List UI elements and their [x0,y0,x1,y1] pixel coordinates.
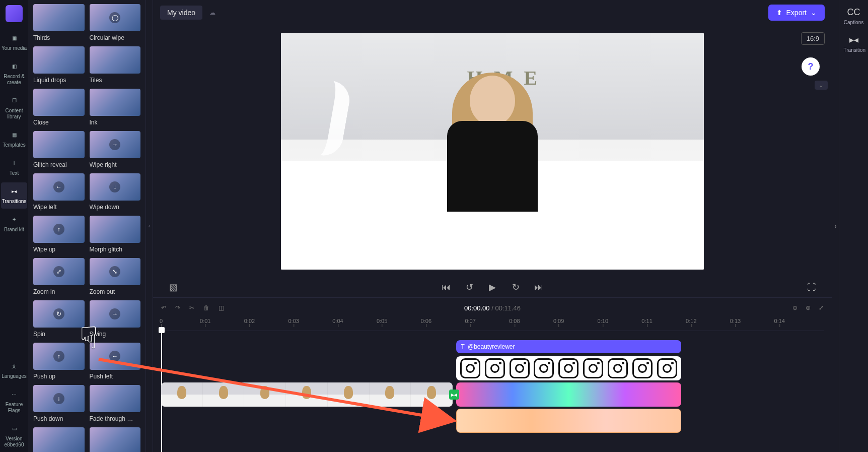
undo-button[interactable]: ↶ [161,304,166,311]
video-clip-a[interactable] [161,382,453,407]
gradient-clip[interactable] [456,382,681,407]
nav-label: Content library [1,108,27,120]
transition-push-left[interactable]: ←Push left [90,343,141,380]
panel-collapse-toggle[interactable]: ‹ [146,0,153,452]
transition-circular-wipe[interactable]: ◯Circular wipe [90,4,141,41]
transition-tiles[interactable]: Tiles [90,46,141,84]
nav-label: Templates [3,142,26,148]
transition-thirds[interactable]: Thirds [33,4,85,41]
transition-zoom-out[interactable]: ⤡Zoom out [90,258,141,295]
zoom-out-button[interactable]: ⊖ [792,304,798,311]
transition-props-button[interactable]: ▸◂ Transition [844,34,864,53]
nav-record-create[interactable]: ◧ Record & create [1,57,27,90]
transition-swing[interactable]: →Swing [90,300,141,338]
instagram-icon [534,358,554,378]
nav-transitions[interactable]: ▸◂ Transitions [1,182,27,209]
transition-label: Morph glitch [90,246,141,253]
transition-push-up[interactable]: ↑Push up [33,343,85,380]
step-back-icon[interactable]: ↺ [464,282,474,293]
transition-label: Wipe down [90,204,141,211]
captions-button[interactable]: CC Captions [844,7,864,25]
timeline-ruler[interactable]: 00:010:020:030:040:050:060:070:080:090:1… [161,318,824,331]
app-logo[interactable] [6,5,23,22]
transition-push-down[interactable]: ↓Push down [33,385,85,422]
nav-text[interactable]: T Text [1,154,27,180]
background-clip[interactable] [456,409,681,433]
video-frame-thumb [161,382,203,407]
export-button[interactable]: ⬆︎ Export ⌄ [768,5,825,21]
step-fwd-icon[interactable]: ↻ [511,282,521,293]
ruler-tick: 0:06 [421,318,431,324]
timeline-tracks[interactable]: ☟ T @beautyreviewer ▸◂ [161,331,824,452]
text-clip[interactable]: T @beautyreviewer [456,340,681,353]
transition-label: Ink [90,119,141,126]
track-bg [161,409,824,433]
current-time: 00:00.00 [464,304,490,312]
transition-wipe-up[interactable]: ↑Wipe up [33,216,85,253]
transition-zoom-in[interactable]: ⤢Zoom in [33,258,85,295]
track-text: T @beautyreviewer [161,340,824,354]
nav-templates[interactable]: ▦ Templates [1,126,27,152]
split-button[interactable]: ✂ [189,304,194,311]
transition-wipe-right[interactable]: →Wipe right [90,131,141,168]
fullscreen-icon[interactable]: ⛶ [807,282,817,293]
crop-button[interactable]: ◫ [219,304,224,311]
timeline-section: ↶ ↷ ✂ 🗑 ◫ 00:00.00 / 00:11.46 ⊖ ⊕ ⤢ 00:0… [153,297,832,452]
help-button[interactable]: ? [802,57,820,76]
hide-ui-icon[interactable]: ▧ [168,282,178,293]
brandkit-icon: ✦ [9,215,19,225]
transition-label: Swing [90,331,141,338]
nav-rail: ▣ Your media ◧ Record & create ❐ Content… [0,0,28,452]
transition-wipe-down[interactable]: ↓Wipe down [90,173,141,211]
transition-label: Circular wipe [90,34,141,41]
main-area: My video ☁︎ ⬆︎ Export ⌄ H M E 16:9 ? ⌄ [153,0,832,452]
transition-glyph-icon: → [109,308,120,319]
transition-marker[interactable]: ▸◂ [449,390,459,400]
transition-morph-glitch[interactable]: Morph glitch [90,216,141,253]
nav-feature-flags[interactable]: ⋯ Feature Flags [1,385,27,418]
nav-label: Text [10,170,19,176]
ruler-tick: 0:02 [244,318,255,324]
cloud-sync-icon[interactable]: ☁︎ [209,9,215,16]
delete-button[interactable]: 🗑 [203,304,209,311]
project-title[interactable]: My video [160,6,202,20]
right-panel-collapse[interactable]: › [832,0,839,452]
transitions-panel: Thirds◯Circular wipeLiquid dropsTilesClo… [28,0,146,452]
nav-label: Languages [2,373,27,379]
nav-brand-kit[interactable]: ✦ Brand kit [1,211,27,237]
redo-button[interactable]: ↷ [175,304,180,311]
zoom-in-button[interactable]: ⊕ [806,304,811,311]
nav-your-media[interactable]: ▣ Your media [1,29,27,55]
transition-glitch-reveal[interactable]: Glitch reveal [33,131,85,168]
transition-ink[interactable]: Ink [90,89,141,126]
captions-label: Captions [844,20,863,25]
transition-fade-through-b-[interactable]: Fade through b… [33,427,85,452]
aspect-ratio-button[interactable]: 16:9 [801,32,825,45]
nav-label: Transitions [2,199,27,205]
video-frame-thumb [411,382,453,407]
upload-icon: ⬆︎ [776,9,782,17]
transition-label: Transition [844,47,866,53]
right-rail: CC Captions ▸◂ Transition [839,0,868,452]
skip-fwd-icon[interactable]: ⏭ [534,282,544,293]
nav-content-library[interactable]: ❐ Content library [1,92,27,124]
languages-icon: 文 [9,361,19,371]
drawer-toggle[interactable]: ⌄ [815,81,828,90]
play-icon[interactable]: ▶ [487,282,497,293]
transition-wipe-left[interactable]: ←Wipe left [33,173,85,211]
transition-label: Thirds [33,34,85,41]
transition-label: Zoom out [90,288,141,295]
video-preview[interactable]: H M E [281,33,704,270]
nav-version[interactable]: ▭ Version e8bed60 [1,420,27,452]
skip-back-icon[interactable]: ⏮ [441,282,451,293]
instagram-clip[interactable] [456,356,681,380]
nav-languages[interactable]: 文 Languages [1,357,27,383]
transition-cross-blur[interactable]: Cross blur [90,427,141,452]
transition-close[interactable]: Close [33,89,85,126]
zoom-fit-button[interactable]: ⤢ [819,304,824,311]
transition-liquid-drops[interactable]: Liquid drops [33,46,85,84]
transition-spin[interactable]: ↻Spin [33,300,85,338]
transition-fade-through-[interactable]: Fade through … [90,385,141,422]
transition-glyph-icon: ↑ [53,224,64,235]
transition-label: Glitch reveal [33,161,85,168]
